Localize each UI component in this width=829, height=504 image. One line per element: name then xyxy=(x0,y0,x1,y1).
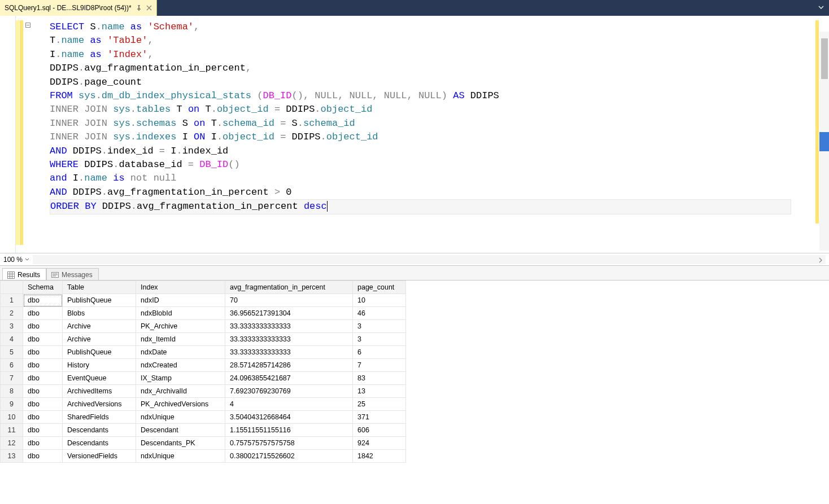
zoom-dropdown-icon[interactable] xyxy=(25,255,29,264)
cell-table[interactable]: Descendants xyxy=(63,424,136,437)
table-row[interactable]: 3dboArchivePK_Archive33.33333333333333 xyxy=(1,320,406,333)
tab-messages[interactable]: Messages xyxy=(46,268,99,281)
cell-schema[interactable]: dbo xyxy=(23,450,63,463)
cell-schema[interactable]: dbo xyxy=(23,424,63,437)
table-row[interactable]: 12dboDescendantsDescendants_PK0.75757575… xyxy=(1,437,406,450)
cell-index[interactable]: Descendants_PK xyxy=(136,437,225,450)
cell-schema[interactable]: dbo xyxy=(23,411,63,424)
cell-page[interactable]: 46 xyxy=(353,307,406,320)
row-number[interactable]: 2 xyxy=(1,307,23,320)
cell-table[interactable]: ArchivedVersions xyxy=(63,398,136,411)
cell-table[interactable]: EventQueue xyxy=(63,372,136,385)
cell-table[interactable]: History xyxy=(63,359,136,372)
cell-page[interactable]: 25 xyxy=(353,398,406,411)
col-frag[interactable]: avg_fragmentation_in_percent xyxy=(225,281,353,294)
col-index[interactable]: Index xyxy=(136,281,225,294)
row-number[interactable]: 10 xyxy=(1,411,23,424)
row-number[interactable]: 12 xyxy=(1,437,23,450)
cell-page[interactable]: 371 xyxy=(353,411,406,424)
table-row[interactable]: 2dboBlobsndxBlobId36.956521739130446 xyxy=(1,307,406,320)
cell-table[interactable]: Descendants xyxy=(63,437,136,450)
row-number[interactable]: 9 xyxy=(1,398,23,411)
cell-index[interactable]: ndxUnique xyxy=(136,411,225,424)
code-content[interactable]: SELECT S.name as 'Schema', T.name as 'Ta… xyxy=(16,16,791,253)
cell-frag[interactable]: 3.50404312668464 xyxy=(225,411,353,424)
cell-page[interactable]: 3 xyxy=(353,320,406,333)
cell-index[interactable]: ndxID xyxy=(136,294,225,307)
cell-index[interactable]: ndx_ArchivalId xyxy=(136,385,225,398)
cell-table[interactable]: VersionedFields xyxy=(63,450,136,463)
cell-frag[interactable]: 28.5714285714286 xyxy=(225,359,353,372)
row-number[interactable]: 8 xyxy=(1,385,23,398)
table-row[interactable]: 4dboArchivendx_ItemId33.33333333333333 xyxy=(1,333,406,346)
row-number[interactable]: 13 xyxy=(1,450,23,463)
cell-schema[interactable]: dbo xyxy=(23,333,63,346)
table-row[interactable]: 8dboArchivedItemsndx_ArchivalId7.6923076… xyxy=(1,385,406,398)
cell-frag[interactable]: 7.69230769230769 xyxy=(225,385,353,398)
cell-index[interactable]: ndxCreated xyxy=(136,359,225,372)
cell-frag[interactable]: 70 xyxy=(225,294,353,307)
cell-schema[interactable]: dbo xyxy=(23,372,63,385)
cell-schema[interactable]: dbo xyxy=(23,437,63,450)
col-page[interactable]: page_count xyxy=(353,281,406,294)
cell-page[interactable]: 10 xyxy=(353,294,406,307)
corner-cell[interactable] xyxy=(1,281,23,294)
cell-index[interactable]: ndx_ItemId xyxy=(136,333,225,346)
row-number[interactable]: 5 xyxy=(1,346,23,359)
cell-table[interactable]: Archive xyxy=(63,320,136,333)
close-icon[interactable] xyxy=(146,5,152,11)
zoom-level[interactable]: 100 % xyxy=(3,256,23,264)
cell-page[interactable]: 3 xyxy=(353,333,406,346)
cell-frag[interactable]: 0.757575757575758 xyxy=(225,437,353,450)
row-number[interactable]: 11 xyxy=(1,424,23,437)
cell-index[interactable]: ndxUnique xyxy=(136,450,225,463)
scrollbar-thumb[interactable] xyxy=(821,38,828,79)
cell-index[interactable]: ndxDate xyxy=(136,346,225,359)
cell-schema[interactable]: dbo xyxy=(23,320,63,333)
table-row[interactable]: 13dboVersionedFieldsndxUnique0.380021715… xyxy=(1,450,406,463)
cell-page[interactable]: 1842 xyxy=(353,450,406,463)
cell-frag[interactable]: 4 xyxy=(225,398,353,411)
cell-table[interactable]: Blobs xyxy=(63,307,136,320)
cell-index[interactable]: IX_Stamp xyxy=(136,372,225,385)
cell-frag[interactable]: 33.3333333333333 xyxy=(225,320,353,333)
results-grid[interactable]: Schema Table Index avg_fragmentation_in_… xyxy=(0,280,829,504)
col-schema[interactable]: Schema xyxy=(23,281,63,294)
cell-page[interactable]: 7 xyxy=(353,359,406,372)
tab-overflow-icon[interactable] xyxy=(818,4,826,12)
row-number[interactable]: 4 xyxy=(1,333,23,346)
cell-page[interactable]: 83 xyxy=(353,372,406,385)
table-row[interactable]: 1dboPublishQueuendxID7010 xyxy=(1,294,406,307)
document-tab[interactable]: SQLQuery1.sql - DE...SL9ID8P\root (54))* xyxy=(0,0,157,16)
cell-page[interactable]: 606 xyxy=(353,424,406,437)
cell-frag[interactable]: 1.15511551155116 xyxy=(225,424,353,437)
row-number[interactable]: 1 xyxy=(1,294,23,307)
cell-schema[interactable]: dbo xyxy=(23,294,63,307)
cell-index[interactable]: Descendant xyxy=(136,424,225,437)
cell-table[interactable]: SharedFields xyxy=(63,411,136,424)
sql-editor[interactable]: SELECT S.name as 'Schema', T.name as 'Ta… xyxy=(0,16,829,265)
table-row[interactable]: 11dboDescendantsDescendant1.155115511551… xyxy=(1,424,406,437)
cell-index[interactable]: PK_Archive xyxy=(136,320,225,333)
row-number[interactable]: 6 xyxy=(1,359,23,372)
row-number[interactable]: 3 xyxy=(1,320,23,333)
cell-frag[interactable]: 36.9565217391304 xyxy=(225,307,353,320)
table-row[interactable]: 6dboHistoryndxCreated28.57142857142867 xyxy=(1,359,406,372)
col-table[interactable]: Table xyxy=(63,281,136,294)
cell-schema[interactable]: dbo xyxy=(23,359,63,372)
cell-table[interactable]: PublishQueue xyxy=(63,294,136,307)
cell-table[interactable]: PublishQueue xyxy=(63,346,136,359)
cell-table[interactable]: ArchivedItems xyxy=(63,385,136,398)
cell-index[interactable]: ndxBlobId xyxy=(136,307,225,320)
table-row[interactable]: 10dboSharedFieldsndxUnique3.504043126684… xyxy=(1,411,406,424)
table-row[interactable]: 9dboArchivedVersionsPK_ArchivedVersions4… xyxy=(1,398,406,411)
cell-page[interactable]: 13 xyxy=(353,385,406,398)
pin-icon[interactable] xyxy=(136,5,142,11)
cell-page[interactable]: 6 xyxy=(353,346,406,359)
cell-index[interactable]: PK_ArchivedVersions xyxy=(136,398,225,411)
cell-schema[interactable]: dbo xyxy=(23,398,63,411)
cell-page[interactable]: 924 xyxy=(353,437,406,450)
row-number[interactable]: 7 xyxy=(1,372,23,385)
table-row[interactable]: 5dboPublishQueuendxDate33.33333333333336 xyxy=(1,346,406,359)
cell-frag[interactable]: 33.3333333333333 xyxy=(225,346,353,359)
